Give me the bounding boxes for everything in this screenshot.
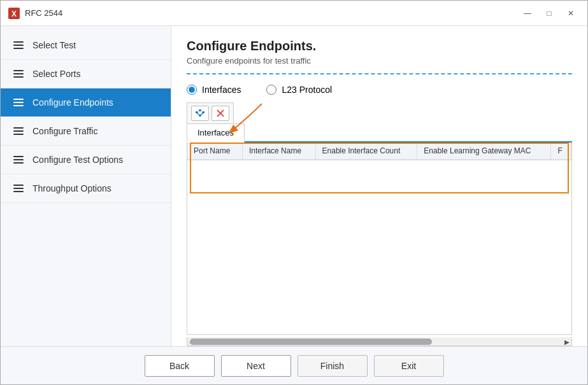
- svg-rect-4: [199, 109, 201, 111]
- horizontal-scrollbar[interactable]: ◀ ▶: [187, 337, 572, 346]
- radio-interfaces[interactable]: Interfaces: [187, 85, 241, 95]
- content-area: Configure Endpoints. Configure endpoints…: [171, 26, 587, 346]
- col-interface-name: Interface Name: [243, 143, 316, 160]
- sidebar-label-select-ports: Select Ports: [32, 69, 80, 79]
- interfaces-table: Port Name Interface Name Enable Interfac…: [187, 143, 571, 160]
- sidebar-item-configure-traffic[interactable]: Configure Traffic: [1, 117, 171, 146]
- footer: Back Next Finish Exit: [1, 346, 587, 384]
- radio-interfaces-input[interactable]: [187, 85, 197, 95]
- remove-icon: [216, 109, 225, 118]
- table-wrapper[interactable]: Port Name Interface Name Enable Interfac…: [187, 143, 572, 335]
- page-subtitle: Configure endpoints for test traffic: [187, 56, 572, 66]
- menu-icon-2: [13, 70, 24, 78]
- svg-rect-3: [202, 111, 204, 113]
- tab-interfaces[interactable]: Interfaces: [187, 123, 245, 143]
- add-interface-button[interactable]: [191, 106, 209, 121]
- toolbar-container: [187, 102, 572, 123]
- main-window: X RFC 2544 — □ ✕ Select Test Select Port…: [0, 0, 588, 385]
- minimize-button[interactable]: —: [519, 6, 536, 20]
- remove-button[interactable]: [212, 106, 229, 121]
- menu-icon-5: [13, 156, 24, 164]
- next-button[interactable]: Next: [221, 355, 291, 377]
- col-f: F: [551, 143, 571, 160]
- exit-button[interactable]: Exit: [374, 355, 444, 377]
- titlebar: X RFC 2544 — □ ✕: [1, 1, 587, 26]
- section-divider: [187, 73, 572, 74]
- add-interface-icon: [195, 108, 205, 118]
- toolbar: [187, 102, 234, 123]
- window-controls: — □ ✕: [519, 6, 580, 20]
- radio-interfaces-label: Interfaces: [202, 85, 241, 95]
- finish-button[interactable]: Finish: [298, 355, 368, 377]
- window-title: RFC 2544: [25, 8, 519, 18]
- menu-icon-6: [13, 185, 24, 192]
- sidebar-label-throughput-options: Throughput Options: [32, 183, 111, 193]
- radio-l23-label: L23 Protocol: [282, 85, 332, 95]
- sidebar: Select Test Select Ports Configure Endpo…: [1, 26, 171, 346]
- tab-bar: Interfaces: [187, 123, 572, 143]
- radio-group: Interfaces L23 Protocol: [187, 85, 572, 95]
- scroll-arrow-right[interactable]: ▶: [563, 337, 571, 346]
- close-button[interactable]: ✕: [562, 6, 580, 20]
- radio-l23[interactable]: L23 Protocol: [266, 85, 332, 95]
- back-button[interactable]: Back: [145, 355, 215, 377]
- menu-icon-4: [13, 127, 24, 135]
- main-layout: Select Test Select Ports Configure Endpo…: [1, 26, 587, 346]
- col-enable-interface-count: Enable Interface Count: [315, 143, 417, 160]
- sidebar-item-configure-endpoints[interactable]: Configure Endpoints: [1, 88, 171, 117]
- sidebar-label-select-test: Select Test: [32, 40, 76, 50]
- radio-l23-input[interactable]: [266, 85, 276, 95]
- col-port-name: Port Name: [187, 143, 243, 160]
- sidebar-item-configure-test-options[interactable]: Configure Test Options: [1, 146, 171, 174]
- app-icon: X: [8, 8, 20, 19]
- svg-rect-7: [199, 115, 201, 116]
- sidebar-label-configure-test-options: Configure Test Options: [32, 155, 123, 165]
- sidebar-item-throughput-options[interactable]: Throughput Options: [1, 174, 171, 203]
- table-header-row: Port Name Interface Name Enable Interfac…: [187, 143, 571, 160]
- svg-text:X: X: [11, 10, 17, 18]
- sidebar-item-select-test[interactable]: Select Test: [1, 31, 171, 60]
- maximize-button[interactable]: □: [540, 6, 558, 20]
- menu-icon: [13, 41, 24, 49]
- sidebar-label-configure-endpoints: Configure Endpoints: [32, 97, 113, 108]
- menu-icon-3: [13, 99, 24, 106]
- scroll-thumb[interactable]: [190, 339, 432, 345]
- sidebar-label-configure-traffic: Configure Traffic: [32, 126, 97, 136]
- page-title: Configure Endpoints.: [187, 39, 572, 53]
- svg-rect-2: [196, 111, 198, 113]
- col-enable-learning-gateway-mac: Enable Learning Gateway MAC: [417, 143, 551, 160]
- sidebar-item-select-ports[interactable]: Select Ports: [1, 60, 171, 88]
